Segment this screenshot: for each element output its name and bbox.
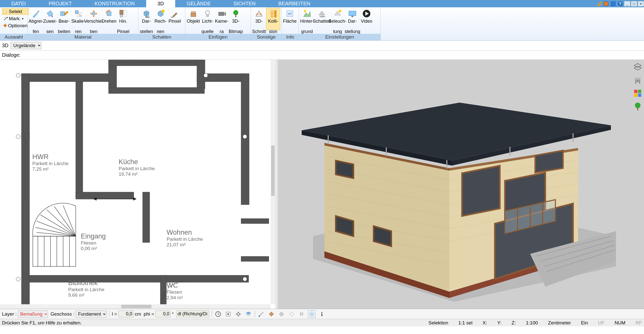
- rechnen-button[interactable]: Rech-nen: [153, 8, 168, 30]
- svg-text:?: ?: [619, 2, 622, 6]
- selekt-button[interactable]: Selekt: [2, 8, 29, 15]
- bitmap-button[interactable]: 3D-Bitmap: [229, 8, 243, 30]
- svg-line-60: [40, 215, 76, 236]
- menu-konstruktion[interactable]: KONSTRUKTION: [83, 0, 146, 7]
- lighting-icon: [333, 9, 342, 18]
- schnitt-button[interactable]: 3D-Schnitt: [252, 8, 266, 30]
- verschieben-button[interactable]: Verschie-ben: [85, 8, 102, 30]
- info-icon[interactable]: [318, 310, 326, 318]
- svg-line-63: [63, 205, 76, 236]
- snap4-icon[interactable]: [288, 310, 295, 318]
- wand-icon: [3, 16, 8, 21]
- drehen-button[interactable]: Drehen: [102, 8, 116, 30]
- terrain-dropdown[interactable]: Urgelände: [11, 42, 41, 49]
- window-icon[interactable]: [603, 1, 609, 7]
- view-3d[interactable]: [278, 60, 644, 309]
- svg-rect-47: [143, 192, 150, 242]
- svg-rect-109: [638, 94, 641, 97]
- menu-bearbeiten[interactable]: BEARBEITEN: [267, 0, 322, 7]
- zuweisen-button[interactable]: Zuwei-sen: [43, 8, 57, 30]
- target-icon[interactable]: [224, 310, 232, 318]
- svg-rect-19: [219, 12, 224, 16]
- svg-point-73: [243, 277, 247, 281]
- schatten-einst-button[interactable]: Schatten: [314, 8, 330, 30]
- furniture-tool[interactable]: [632, 75, 643, 85]
- materials-tool[interactable]: [632, 88, 643, 99]
- phi-input[interactable]: [156, 311, 171, 317]
- hintergrund-button[interactable]: Hinter-grund: [300, 8, 314, 30]
- darstellen-button[interactable]: Dar-stellen: [139, 8, 153, 30]
- maximize-button[interactable]: □: [631, 1, 637, 7]
- minimize-button[interactable]: _: [624, 1, 630, 7]
- tools-icon[interactable]: [596, 1, 602, 7]
- svg-rect-35: [21, 74, 30, 139]
- close-button[interactable]: ×: [638, 1, 644, 7]
- grid-icon[interactable]: [298, 310, 305, 318]
- section-icon: [254, 9, 264, 18]
- skalieren-button[interactable]: Skalie-ren: [71, 8, 85, 30]
- layers-tool[interactable]: [632, 62, 643, 72]
- kollision-button[interactable]: Kolli-sion: [266, 8, 280, 30]
- group-schatten-label: Schatten: [138, 34, 185, 40]
- bucket-icon: [45, 9, 55, 18]
- hscrollbar-2d[interactable]: [0, 304, 271, 309]
- snap1-icon[interactable]: [257, 310, 265, 318]
- svg-line-61: [47, 210, 76, 236]
- snap2-icon[interactable]: [268, 310, 275, 318]
- video-button[interactable]: Video: [359, 8, 374, 30]
- dialog-bar: Dialoge:: [0, 51, 644, 60]
- new-window-icon[interactable]: [610, 1, 616, 7]
- svg-rect-43: [21, 133, 30, 309]
- mark-button[interactable]: Mark.▾: [2, 15, 29, 22]
- svg-point-120: [259, 315, 260, 317]
- plus-icon: ✚: [3, 23, 7, 28]
- svg-line-59: [37, 221, 76, 236]
- layers-icon[interactable]: [245, 310, 252, 318]
- vegetation-tool[interactable]: [632, 101, 643, 112]
- snap3-icon[interactable]: [278, 310, 285, 318]
- objekt-button[interactable]: Objekt: [186, 8, 200, 30]
- beleuchtung-button[interactable]: Beleuch-tung: [330, 8, 345, 30]
- status-uf: UF: [598, 320, 604, 326]
- layer-dropdown[interactable]: Bemaßung: [18, 311, 48, 318]
- gear-icon[interactable]: [235, 310, 242, 318]
- svg-rect-40: [241, 74, 249, 205]
- vscrollbar-2d[interactable]: [271, 60, 275, 304]
- light-icon: [203, 9, 212, 18]
- room-wohnen: WohnenParkett in Lärche21,07 m²: [167, 229, 203, 248]
- flaeche-button[interactable]: m²Fläche: [283, 8, 297, 30]
- hinpinsel-button[interactable]: Hin.Pinsel: [116, 8, 130, 30]
- north-icon[interactable]: N: [308, 310, 316, 318]
- svg-rect-12: [124, 11, 127, 17]
- side-toolbar: [631, 60, 644, 114]
- svg-rect-111: [637, 108, 638, 110]
- geschoss-dropdown[interactable]: Fundament: [76, 311, 107, 318]
- lichtquelle-button[interactable]: Licht-quelle: [200, 8, 215, 30]
- dl-input[interactable]: [176, 311, 209, 317]
- help-icon[interactable]: ?: [617, 1, 624, 7]
- optionen-button[interactable]: ✚ Optionen: [2, 22, 29, 29]
- menu-sichten[interactable]: SICHTEN: [222, 0, 267, 7]
- splitter[interactable]: [275, 60, 278, 309]
- darstellung-button[interactable]: Dar-stellung: [345, 8, 359, 30]
- menu-gelaende[interactable]: GELÄNDE: [175, 0, 222, 7]
- status-num: NUM: [614, 320, 625, 326]
- svg-line-62: [54, 206, 76, 236]
- clock-icon[interactable]: [214, 310, 222, 318]
- kamera-button[interactable]: Kame-ra: [215, 8, 229, 30]
- room-kueche: KücheParkett in Lärche19,74 m²: [119, 158, 155, 177]
- svg-rect-105: [639, 82, 640, 84]
- menu-datei[interactable]: DATEI: [0, 0, 37, 7]
- plan-2d-view[interactable]: HWRParkett in Lärche7,25 m² KücheParkett…: [0, 60, 275, 309]
- svg-point-4: [4, 17, 5, 18]
- status-selektion: Selektion: [428, 320, 448, 326]
- svg-point-71: [243, 135, 247, 139]
- pinsel-shadow-button[interactable]: Pinsel: [168, 8, 182, 30]
- length-input[interactable]: [118, 311, 134, 317]
- abgreifen-button[interactable]: Abgrei-fen: [29, 8, 43, 30]
- menu-projekt[interactable]: PROJEKT: [37, 0, 83, 7]
- menu-3d[interactable]: 3D: [146, 0, 175, 7]
- bearbeiten-button[interactable]: Bear-beiten: [57, 8, 71, 30]
- scale-icon: [74, 9, 83, 18]
- svg-text:N: N: [311, 312, 313, 316]
